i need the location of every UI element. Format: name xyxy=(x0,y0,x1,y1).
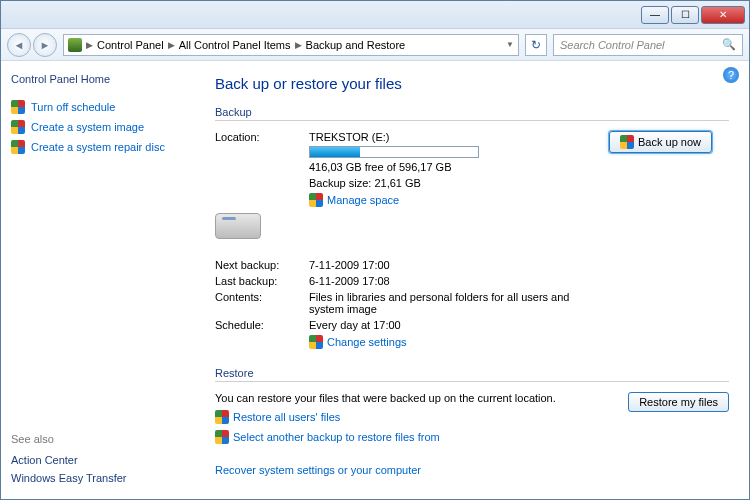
chevron-right-icon: ▶ xyxy=(168,40,175,50)
chevron-right-icon: ▶ xyxy=(295,40,302,50)
navigation-bar: ◄ ► ▶ Control Panel ▶ All Control Panel … xyxy=(1,29,749,61)
next-backup-value: 7-11-2009 17:00 xyxy=(309,259,605,271)
backup-size: Backup size: 21,61 GB xyxy=(309,177,605,189)
back-button[interactable]: ◄ xyxy=(7,33,31,57)
link-label: Turn off schedule xyxy=(31,101,115,113)
breadcrumb-item[interactable]: Control Panel xyxy=(97,39,164,51)
control-panel-icon xyxy=(68,38,82,52)
change-settings-link[interactable]: Change settings xyxy=(327,336,407,348)
titlebar: — ☐ ✕ xyxy=(1,1,749,29)
forward-button[interactable]: ► xyxy=(33,33,57,57)
search-placeholder: Search Control Panel xyxy=(560,39,665,51)
restore-all-users-link[interactable]: Restore all users' files xyxy=(233,411,340,423)
schedule-value: Every day at 17:00 xyxy=(309,319,605,331)
backup-section-header: Backup xyxy=(215,106,729,121)
shield-icon xyxy=(11,120,25,134)
window-controls: — ☐ ✕ xyxy=(639,6,745,24)
search-input[interactable]: Search Control Panel 🔍 xyxy=(553,34,743,56)
backup-details: Location: TREKSTOR (E:) 416,03 GB free o… xyxy=(215,131,729,349)
chevron-down-icon[interactable]: ▼ xyxy=(506,40,514,49)
see-also-section: See also Action Center Windows Easy Tran… xyxy=(11,433,181,487)
create-repair-disc-link[interactable]: Create a system repair disc xyxy=(11,137,181,157)
sidebar: Control Panel Home Turn off schedule Cre… xyxy=(1,61,191,499)
last-backup-value: 6-11-2009 17:08 xyxy=(309,275,605,287)
shield-icon xyxy=(215,430,229,444)
search-icon: 🔍 xyxy=(722,38,736,51)
close-button[interactable]: ✕ xyxy=(701,6,745,24)
control-panel-home-link[interactable]: Control Panel Home xyxy=(11,73,181,85)
link-label: Create a system image xyxy=(31,121,144,133)
restore-my-files-button[interactable]: Restore my files xyxy=(628,392,729,412)
manage-space-link[interactable]: Manage space xyxy=(327,194,399,206)
button-label: Restore my files xyxy=(639,396,718,408)
breadcrumb-item[interactable]: All Control Panel Items xyxy=(179,39,291,51)
contents-value: Files in libraries and personal folders … xyxy=(309,291,605,315)
turn-off-schedule-link[interactable]: Turn off schedule xyxy=(11,97,181,117)
button-label: Back up now xyxy=(638,136,701,148)
shield-icon xyxy=(309,193,323,207)
link-label: Create a system repair disc xyxy=(31,141,165,153)
shield-icon xyxy=(215,410,229,424)
location-label: Location: xyxy=(215,131,305,143)
maximize-button[interactable]: ☐ xyxy=(671,6,699,24)
schedule-label: Schedule: xyxy=(215,319,305,331)
chevron-right-icon: ▶ xyxy=(86,40,93,50)
next-backup-label: Next backup: xyxy=(215,259,305,271)
drive-name: TREKSTOR (E:) xyxy=(309,131,605,143)
help-icon[interactable]: ? xyxy=(723,67,739,83)
contents-label: Contents: xyxy=(215,291,305,303)
drive-icon xyxy=(215,213,261,239)
restore-description: You can restore your files that were bac… xyxy=(215,392,608,404)
recover-system-link[interactable]: Recover system settings or your computer xyxy=(215,464,608,476)
refresh-button[interactable]: ↻ xyxy=(525,34,547,56)
select-another-backup-link[interactable]: Select another backup to restore files f… xyxy=(233,431,440,443)
page-title: Back up or restore your files xyxy=(215,75,729,92)
backup-now-button[interactable]: Back up now xyxy=(609,131,712,153)
main-content: ? Back up or restore your files Backup L… xyxy=(191,61,749,499)
window-frame: — ☐ ✕ ◄ ► ▶ Control Panel ▶ All Control … xyxy=(0,0,750,500)
see-also-header: See also xyxy=(11,433,181,445)
disk-usage-bar xyxy=(309,146,479,158)
address-bar[interactable]: ▶ Control Panel ▶ All Control Panel Item… xyxy=(63,34,519,56)
last-backup-label: Last backup: xyxy=(215,275,305,287)
create-system-image-link[interactable]: Create a system image xyxy=(11,117,181,137)
easy-transfer-link[interactable]: Windows Easy Transfer xyxy=(11,469,181,487)
shield-icon xyxy=(620,135,634,149)
restore-section-header: Restore xyxy=(215,367,729,382)
free-space: 416,03 GB free of 596,17 GB xyxy=(309,161,605,173)
minimize-button[interactable]: — xyxy=(641,6,669,24)
shield-icon xyxy=(309,335,323,349)
breadcrumb-item[interactable]: Backup and Restore xyxy=(306,39,406,51)
action-center-link[interactable]: Action Center xyxy=(11,451,181,469)
shield-icon xyxy=(11,100,25,114)
shield-icon xyxy=(11,140,25,154)
